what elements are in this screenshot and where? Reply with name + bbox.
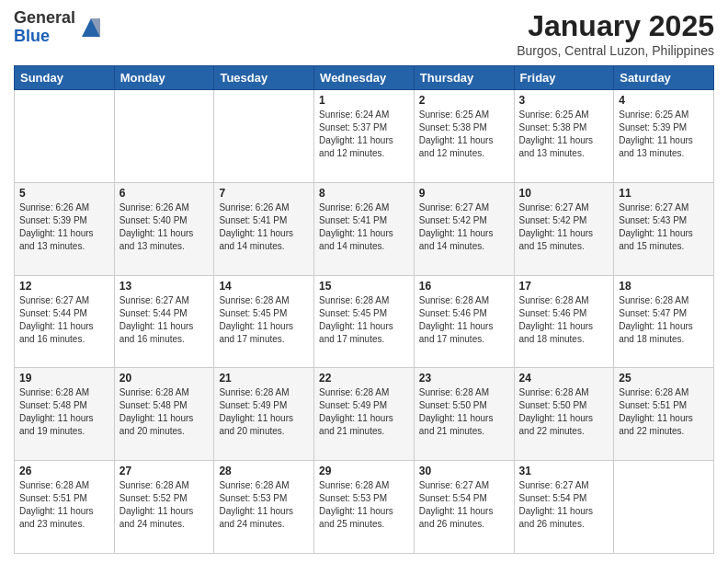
calendar-week-row: 1Sunrise: 6:24 AM Sunset: 5:37 PM Daylig… xyxy=(15,90,714,183)
header: General Blue January 2025 Burgos, Centra… xyxy=(14,9,714,58)
day-number: 2 xyxy=(419,94,509,107)
day-info: Sunrise: 6:26 AM Sunset: 5:41 PM Dayligh… xyxy=(319,201,409,253)
day-number: 9 xyxy=(419,187,509,200)
calendar-cell: 31Sunrise: 6:27 AM Sunset: 5:54 PM Dayli… xyxy=(514,461,614,554)
calendar-cell: 28Sunrise: 6:28 AM Sunset: 5:53 PM Dayli… xyxy=(214,461,314,554)
day-number: 26 xyxy=(19,465,109,477)
calendar-cell: 13Sunrise: 6:27 AM Sunset: 5:44 PM Dayli… xyxy=(114,275,214,368)
day-info: Sunrise: 6:26 AM Sunset: 5:39 PM Dayligh… xyxy=(19,201,109,253)
day-number: 7 xyxy=(219,187,309,200)
day-number: 23 xyxy=(419,372,509,385)
day-of-week-header: Tuesday xyxy=(214,66,314,90)
calendar-cell: 18Sunrise: 6:28 AM Sunset: 5:47 PM Dayli… xyxy=(614,275,714,368)
day-info: Sunrise: 6:28 AM Sunset: 5:48 PM Dayligh… xyxy=(119,386,210,438)
day-number: 27 xyxy=(119,465,210,477)
day-number: 30 xyxy=(419,465,509,477)
day-of-week-header: Monday xyxy=(114,66,214,90)
calendar-cell: 2Sunrise: 6:25 AM Sunset: 5:38 PM Daylig… xyxy=(414,90,514,183)
calendar-cell: 4Sunrise: 6:25 AM Sunset: 5:39 PM Daylig… xyxy=(614,90,714,183)
day-of-week-header: Saturday xyxy=(614,66,714,90)
calendar-cell: 9Sunrise: 6:27 AM Sunset: 5:42 PM Daylig… xyxy=(414,182,514,275)
calendar-cell: 1Sunrise: 6:24 AM Sunset: 5:37 PM Daylig… xyxy=(314,90,415,183)
day-number: 21 xyxy=(219,372,309,385)
day-info: Sunrise: 6:28 AM Sunset: 5:50 PM Dayligh… xyxy=(519,386,609,438)
day-number: 17 xyxy=(519,280,609,293)
day-info: Sunrise: 6:28 AM Sunset: 5:50 PM Dayligh… xyxy=(419,386,509,438)
day-of-week-header: Wednesday xyxy=(314,66,415,90)
day-number: 12 xyxy=(19,280,109,293)
day-info: Sunrise: 6:24 AM Sunset: 5:37 PM Dayligh… xyxy=(319,109,409,160)
calendar-header-row: SundayMondayTuesdayWednesdayThursdayFrid… xyxy=(15,66,714,90)
calendar-cell: 20Sunrise: 6:28 AM Sunset: 5:48 PM Dayli… xyxy=(114,368,214,461)
day-number: 1 xyxy=(319,94,409,107)
calendar-cell: 24Sunrise: 6:28 AM Sunset: 5:50 PM Dayli… xyxy=(514,368,614,461)
day-number: 28 xyxy=(219,465,309,477)
calendar-cell: 8Sunrise: 6:26 AM Sunset: 5:41 PM Daylig… xyxy=(314,182,415,275)
page: General Blue January 2025 Burgos, Centra… xyxy=(0,0,728,563)
calendar-cell xyxy=(614,461,714,554)
calendar-cell: 23Sunrise: 6:28 AM Sunset: 5:50 PM Dayli… xyxy=(414,368,514,461)
calendar-cell: 12Sunrise: 6:27 AM Sunset: 5:44 PM Dayli… xyxy=(15,275,115,368)
day-info: Sunrise: 6:27 AM Sunset: 5:44 PM Dayligh… xyxy=(19,294,109,346)
calendar-cell: 29Sunrise: 6:28 AM Sunset: 5:53 PM Dayli… xyxy=(314,461,415,554)
calendar-cell: 10Sunrise: 6:27 AM Sunset: 5:42 PM Dayli… xyxy=(514,182,614,275)
calendar-cell xyxy=(15,90,115,183)
day-info: Sunrise: 6:28 AM Sunset: 5:49 PM Dayligh… xyxy=(319,386,409,438)
calendar-cell: 15Sunrise: 6:28 AM Sunset: 5:45 PM Dayli… xyxy=(314,275,415,368)
logo-general: General xyxy=(14,9,75,28)
logo-blue: Blue xyxy=(14,28,75,46)
day-info: Sunrise: 6:28 AM Sunset: 5:45 PM Dayligh… xyxy=(219,294,309,346)
calendar-cell: 5Sunrise: 6:26 AM Sunset: 5:39 PM Daylig… xyxy=(15,182,115,275)
day-number: 10 xyxy=(519,187,609,200)
calendar-cell: 27Sunrise: 6:28 AM Sunset: 5:52 PM Dayli… xyxy=(114,461,214,554)
day-number: 29 xyxy=(319,465,409,477)
month-title: January 2025 xyxy=(517,9,714,43)
day-info: Sunrise: 6:28 AM Sunset: 5:52 PM Dayligh… xyxy=(119,479,210,531)
day-info: Sunrise: 6:28 AM Sunset: 5:53 PM Dayligh… xyxy=(319,479,409,531)
day-info: Sunrise: 6:28 AM Sunset: 5:47 PM Dayligh… xyxy=(619,294,709,346)
calendar-cell: 22Sunrise: 6:28 AM Sunset: 5:49 PM Dayli… xyxy=(314,368,415,461)
day-info: Sunrise: 6:27 AM Sunset: 5:42 PM Dayligh… xyxy=(519,201,609,253)
day-number: 15 xyxy=(319,280,409,293)
day-info: Sunrise: 6:27 AM Sunset: 5:54 PM Dayligh… xyxy=(419,479,509,531)
calendar-table: SundayMondayTuesdayWednesdayThursdayFrid… xyxy=(14,65,714,554)
calendar-week-row: 5Sunrise: 6:26 AM Sunset: 5:39 PM Daylig… xyxy=(15,182,714,275)
day-info: Sunrise: 6:28 AM Sunset: 5:53 PM Dayligh… xyxy=(219,479,309,531)
day-info: Sunrise: 6:27 AM Sunset: 5:54 PM Dayligh… xyxy=(519,479,609,531)
day-number: 14 xyxy=(219,280,309,293)
day-info: Sunrise: 6:25 AM Sunset: 5:38 PM Dayligh… xyxy=(519,109,609,160)
day-info: Sunrise: 6:26 AM Sunset: 5:41 PM Dayligh… xyxy=(219,201,309,253)
day-number: 13 xyxy=(119,280,210,293)
day-info: Sunrise: 6:28 AM Sunset: 5:48 PM Dayligh… xyxy=(19,386,109,438)
day-of-week-header: Thursday xyxy=(414,66,514,90)
day-of-week-header: Friday xyxy=(514,66,614,90)
calendar-cell: 21Sunrise: 6:28 AM Sunset: 5:49 PM Dayli… xyxy=(214,368,314,461)
calendar-cell xyxy=(214,90,314,183)
calendar-week-row: 19Sunrise: 6:28 AM Sunset: 5:48 PM Dayli… xyxy=(15,368,714,461)
calendar-cell xyxy=(114,90,214,183)
day-info: Sunrise: 6:25 AM Sunset: 5:38 PM Dayligh… xyxy=(419,109,509,160)
day-info: Sunrise: 6:27 AM Sunset: 5:43 PM Dayligh… xyxy=(619,201,709,253)
calendar-week-row: 12Sunrise: 6:27 AM Sunset: 5:44 PM Dayli… xyxy=(15,275,714,368)
day-number: 22 xyxy=(319,372,409,385)
day-info: Sunrise: 6:27 AM Sunset: 5:44 PM Dayligh… xyxy=(119,294,210,346)
day-info: Sunrise: 6:25 AM Sunset: 5:39 PM Dayligh… xyxy=(619,109,709,160)
calendar-cell: 17Sunrise: 6:28 AM Sunset: 5:46 PM Dayli… xyxy=(514,275,614,368)
day-info: Sunrise: 6:28 AM Sunset: 5:46 PM Dayligh… xyxy=(419,294,509,346)
calendar-week-row: 26Sunrise: 6:28 AM Sunset: 5:51 PM Dayli… xyxy=(15,461,714,554)
day-info: Sunrise: 6:28 AM Sunset: 5:46 PM Dayligh… xyxy=(519,294,609,346)
calendar-cell: 26Sunrise: 6:28 AM Sunset: 5:51 PM Dayli… xyxy=(15,461,115,554)
day-number: 6 xyxy=(119,187,210,200)
calendar-cell: 30Sunrise: 6:27 AM Sunset: 5:54 PM Dayli… xyxy=(414,461,514,554)
day-info: Sunrise: 6:28 AM Sunset: 5:49 PM Dayligh… xyxy=(219,386,309,438)
day-number: 4 xyxy=(619,94,709,107)
day-number: 31 xyxy=(519,465,609,477)
day-number: 5 xyxy=(19,187,109,200)
calendar-cell: 6Sunrise: 6:26 AM Sunset: 5:40 PM Daylig… xyxy=(114,182,214,275)
title-block: January 2025 Burgos, Central Luzon, Phil… xyxy=(517,9,714,58)
calendar-cell: 7Sunrise: 6:26 AM Sunset: 5:41 PM Daylig… xyxy=(214,182,314,275)
calendar-cell: 14Sunrise: 6:28 AM Sunset: 5:45 PM Dayli… xyxy=(214,275,314,368)
day-number: 18 xyxy=(619,280,709,293)
calendar-cell: 16Sunrise: 6:28 AM Sunset: 5:46 PM Dayli… xyxy=(414,275,514,368)
day-number: 8 xyxy=(319,187,409,200)
